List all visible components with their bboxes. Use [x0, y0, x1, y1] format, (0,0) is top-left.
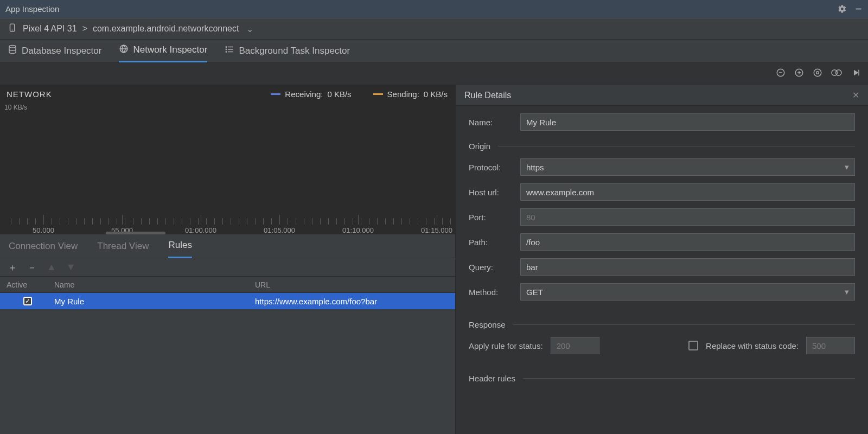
timeline-tick-label: 01:10.000	[342, 226, 374, 234]
network-title: NETWORK	[7, 90, 52, 99]
col-header-url[interactable]: URL	[250, 280, 455, 289]
legend-receiving-swatch	[271, 93, 280, 95]
subtab-thread-label: Thread View	[97, 241, 149, 252]
svg-point-8	[226, 47, 227, 48]
minimize-icon[interactable]	[854, 5, 863, 13]
network-yaxis: 10 KB/s	[4, 104, 27, 111]
details-title: Rule Details	[464, 91, 511, 100]
legend-sending-label: Sending:	[387, 90, 419, 99]
protocol-select[interactable]: https	[520, 158, 855, 176]
legend-sending-swatch	[373, 93, 383, 95]
protocol-label: Protocol:	[469, 163, 520, 172]
col-header-active[interactable]: Active	[0, 280, 49, 289]
protocol-value: https	[526, 163, 544, 172]
tab-database-label: Database Inspector	[22, 46, 101, 56]
go-live-icon[interactable]	[851, 68, 860, 79]
host-label: Host url:	[469, 188, 520, 197]
rule-details-panel: Rule Details ✕ Name: My Rule Origin Prot…	[456, 85, 868, 434]
query-label: Query:	[469, 263, 520, 272]
apply-status-placeholder: 200	[557, 341, 570, 350]
svg-point-19	[836, 70, 842, 76]
zoom-selection-icon[interactable]	[831, 68, 842, 79]
gear-icon[interactable]	[838, 4, 847, 14]
path-input[interactable]: /foo	[520, 233, 855, 251]
zoom-in-icon[interactable]	[794, 68, 804, 79]
apply-status-input[interactable]: 200	[551, 337, 599, 354]
left-pane: NETWORK Receiving: 0 KB/s Sending: 0 KB/…	[0, 85, 456, 434]
path-label: Path:	[469, 238, 520, 247]
globe-icon	[119, 44, 129, 56]
add-rule-button[interactable]: ＋	[8, 261, 17, 274]
apply-status-label: Apply rule for status:	[469, 341, 543, 350]
table-row[interactable]: ✓ My Rule https://www.example.com/foo?ba…	[0, 293, 455, 309]
svg-point-3	[9, 46, 16, 48]
subtab-rules-label: Rules	[168, 240, 192, 251]
subtab-connection[interactable]: Connection View	[9, 234, 78, 258]
replace-status-input[interactable]: 500	[806, 337, 855, 354]
timeline-toolbar	[0, 62, 868, 85]
sub-tabs: Connection View Thread View Rules	[0, 234, 455, 258]
subtab-rules[interactable]: Rules	[168, 234, 192, 258]
legend-sending-value: 0 KB/s	[424, 90, 448, 99]
tab-network-label: Network Inspector	[133, 44, 207, 55]
network-timeline[interactable]: /* ticks drawn via JS below */ 50.00055.…	[0, 213, 455, 234]
breadcrumb-bar: Pixel 4 API 31 > com.example.android.net…	[0, 18, 868, 40]
port-input[interactable]: 80	[520, 208, 855, 226]
legend-receiving: Receiving: 0 KB/s	[271, 90, 351, 99]
col-header-name[interactable]: Name	[49, 280, 250, 289]
host-value: www.example.com	[526, 188, 594, 197]
timeline-tick-label: 01:15.000	[421, 226, 452, 234]
main-tabs: Database Inspector Network Inspector Bac…	[0, 40, 868, 62]
replace-checkbox[interactable]	[688, 341, 698, 350]
breadcrumb-package: com.example.android.networkconnect	[93, 24, 239, 34]
svg-point-16	[814, 69, 821, 76]
remove-rule-button[interactable]: －	[27, 261, 37, 274]
device-icon	[8, 23, 17, 35]
subtab-thread[interactable]: Thread View	[97, 234, 149, 258]
method-select[interactable]: GET	[520, 283, 855, 301]
divider-line	[513, 324, 855, 325]
timeline-scroll-thumb[interactable]	[106, 232, 165, 234]
active-checkbox[interactable]: ✓	[23, 297, 32, 305]
replace-status-label: Replace with status code:	[706, 341, 799, 350]
method-value: GET	[526, 288, 543, 297]
cell-url: https://www.example.com/foo?bar	[250, 297, 455, 306]
svg-point-10	[226, 52, 227, 53]
legend-receiving-value: 0 KB/s	[327, 90, 351, 99]
path-value: /foo	[526, 238, 540, 247]
divider-line	[523, 378, 855, 379]
name-input-value: My Rule	[526, 118, 556, 127]
legend-receiving-label: Receiving:	[285, 90, 323, 99]
svg-point-17	[816, 72, 819, 74]
tab-database[interactable]: Database Inspector	[8, 40, 101, 62]
breadcrumb-sep: >	[82, 24, 87, 34]
port-label: Port:	[469, 213, 520, 222]
tab-background[interactable]: Background Task Inspector	[225, 40, 350, 62]
reset-zoom-icon[interactable]	[813, 68, 822, 79]
tab-network[interactable]: Network Inspector	[119, 40, 207, 62]
breadcrumb-device: Pixel 4 API 31	[23, 24, 77, 34]
database-icon	[8, 44, 17, 57]
timeline-tick-label: 01:00.000	[185, 226, 216, 234]
cell-name: My Rule	[49, 297, 250, 306]
divider-line	[498, 146, 855, 146]
legend-sending: Sending: 0 KB/s	[373, 90, 448, 99]
svg-rect-20	[858, 70, 859, 76]
query-input[interactable]: bar	[520, 258, 855, 276]
name-input[interactable]: My Rule	[520, 113, 855, 131]
method-label: Method:	[469, 288, 520, 297]
window-title: App Inspection	[5, 4, 59, 14]
zoom-out-icon[interactable]	[776, 68, 786, 79]
name-label: Name:	[469, 118, 520, 127]
close-icon[interactable]: ✕	[852, 90, 859, 100]
section-origin: Origin	[469, 142, 490, 151]
rules-toolbar: ＋ － ▲ ▼	[0, 258, 455, 277]
port-placeholder: 80	[526, 213, 535, 222]
network-chart: NETWORK Receiving: 0 KB/s Sending: 0 KB/…	[0, 85, 455, 234]
host-input[interactable]: www.example.com	[520, 183, 855, 201]
rules-table: Active Name URL ✓ My Rule https://www.ex…	[0, 277, 455, 434]
list-icon	[225, 44, 234, 57]
title-bar: App Inspection	[0, 0, 868, 18]
chevron-down-icon[interactable]: ⌄	[246, 24, 253, 34]
tab-background-label: Background Task Inspector	[239, 46, 350, 56]
